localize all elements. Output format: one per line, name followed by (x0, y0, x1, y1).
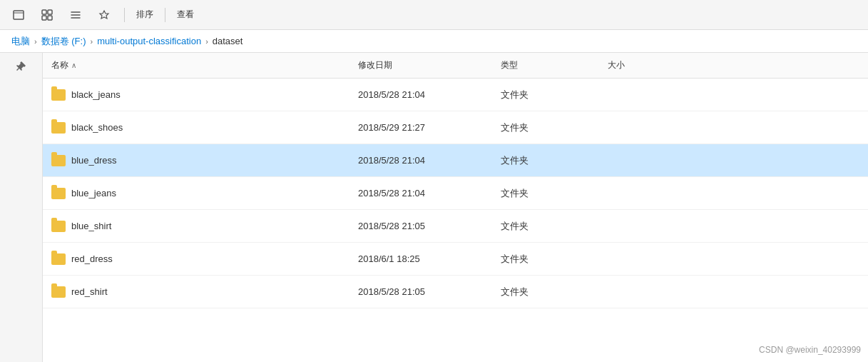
folder-icon (51, 155, 66, 166)
breadcrumb-drive[interactable]: 数据卷 (F:) (41, 35, 86, 48)
table-row[interactable]: blue_dress 2018/5/28 21:04 文件夹 (43, 144, 868, 177)
file-name-cell: blue_jeans (51, 188, 358, 199)
file-name-text: red_shirt (71, 286, 108, 297)
toolbar: 排序 查看 (0, 0, 868, 30)
watermark: CSDN @weixin_40293999 (759, 345, 861, 355)
svg-rect-4 (42, 16, 46, 20)
file-date: 2018/5/28 21:04 (358, 155, 501, 166)
explorer-window: 排序 查看 电脑 › 数据卷 (F:) › multi-output-class… (0, 0, 868, 362)
breadcrumb-sep-1: › (34, 37, 37, 46)
col-header-date[interactable]: 修改日期 (358, 59, 501, 71)
folder-icon (51, 221, 66, 232)
col-type-label: 类型 (501, 59, 518, 71)
file-date: 2018/5/28 21:05 (358, 221, 501, 231)
folder-icon (51, 188, 66, 199)
col-date-label: 修改日期 (358, 59, 392, 71)
file-type: 文件夹 (501, 89, 608, 101)
col-name-label: 名称 (51, 59, 68, 71)
folder-icon (51, 253, 66, 265)
col-header-name[interactable]: 名称 ∧ (51, 59, 358, 71)
svg-rect-2 (42, 10, 46, 14)
file-type: 文件夹 (501, 286, 608, 298)
file-name-text: black_shoes (71, 122, 123, 133)
file-name-text: blue_jeans (71, 188, 116, 198)
file-name-cell: black_shoes (51, 122, 358, 134)
file-type: 文件夹 (501, 253, 608, 266)
table-row[interactable]: black_jeans 2018/5/28 21:04 文件夹 (43, 79, 868, 111)
separator-1 (124, 8, 125, 22)
breadcrumb-sep-2: › (91, 37, 93, 46)
folder-icon (51, 286, 66, 298)
separator-2 (165, 8, 165, 22)
content-area: 名称 ∧ 修改日期 类型 大小 black_jeans 2018/5/28 21… (0, 53, 868, 362)
file-date: 2018/5/29 21:27 (358, 122, 501, 133)
file-date: 2018/5/28 21:04 (358, 188, 501, 198)
col-header-type[interactable]: 类型 (501, 59, 608, 71)
file-name-cell: red_shirt (51, 286, 358, 298)
table-row[interactable]: black_shoes 2018/5/29 21:27 文件夹 (43, 111, 868, 144)
file-rows: black_jeans 2018/5/28 21:04 文件夹 black_sh… (43, 79, 868, 308)
table-row[interactable]: blue_jeans 2018/5/28 21:04 文件夹 (43, 177, 868, 210)
svg-rect-5 (48, 16, 52, 20)
svg-rect-0 (14, 11, 24, 19)
table-row[interactable]: blue_shirt 2018/5/28 21:05 文件夹 (43, 210, 868, 243)
file-list-container: 名称 ∧ 修改日期 类型 大小 black_jeans 2018/5/28 21… (43, 53, 868, 362)
breadcrumb: 电脑 › 数据卷 (F:) › multi-output-classificat… (0, 30, 868, 53)
file-name-text: red_dress (71, 253, 113, 264)
toolbar-label-view: 查看 (174, 9, 197, 21)
toolbar-btn-1[interactable] (7, 4, 30, 26)
col-size-label: 大小 (608, 59, 625, 71)
file-name-text: black_jeans (71, 89, 121, 100)
sidebar (0, 53, 43, 362)
table-row[interactable]: red_dress 2018/6/1 18:25 文件夹 (43, 243, 868, 276)
file-list-header: 名称 ∧ 修改日期 类型 大小 (43, 53, 868, 79)
file-date: 2018/5/28 21:04 (358, 89, 501, 100)
breadcrumb-project[interactable]: multi-output-classification (97, 36, 201, 46)
toolbar-btn-3[interactable] (64, 4, 87, 26)
folder-icon (51, 122, 66, 134)
file-name-cell: blue_dress (51, 155, 358, 166)
toolbar-btn-2[interactable] (36, 4, 58, 26)
file-type: 文件夹 (501, 154, 608, 167)
breadcrumb-sep-3: › (205, 37, 208, 46)
file-type: 文件夹 (501, 121, 608, 134)
file-type: 文件夹 (501, 187, 608, 200)
breadcrumb-current: dataset (213, 36, 243, 46)
toolbar-btn-4[interactable] (93, 4, 116, 26)
file-type: 文件夹 (501, 220, 608, 233)
file-name-cell: red_dress (51, 253, 358, 265)
breadcrumb-pc[interactable]: 电脑 (11, 35, 30, 48)
file-date: 2018/5/28 21:05 (358, 286, 501, 297)
file-name-text: blue_shirt (71, 221, 111, 231)
table-row[interactable]: red_shirt 2018/5/28 21:05 文件夹 (43, 276, 868, 308)
file-name-text: blue_dress (71, 155, 117, 166)
col-header-size[interactable]: 大小 (608, 59, 679, 71)
svg-rect-3 (48, 10, 52, 14)
pin-button[interactable] (13, 59, 30, 76)
toolbar-label-sort: 排序 (133, 9, 156, 21)
sort-arrow-name: ∧ (71, 61, 76, 69)
file-name-cell: blue_shirt (51, 221, 358, 232)
file-name-cell: black_jeans (51, 89, 358, 101)
folder-icon (51, 89, 66, 101)
file-date: 2018/6/1 18:25 (358, 253, 501, 264)
